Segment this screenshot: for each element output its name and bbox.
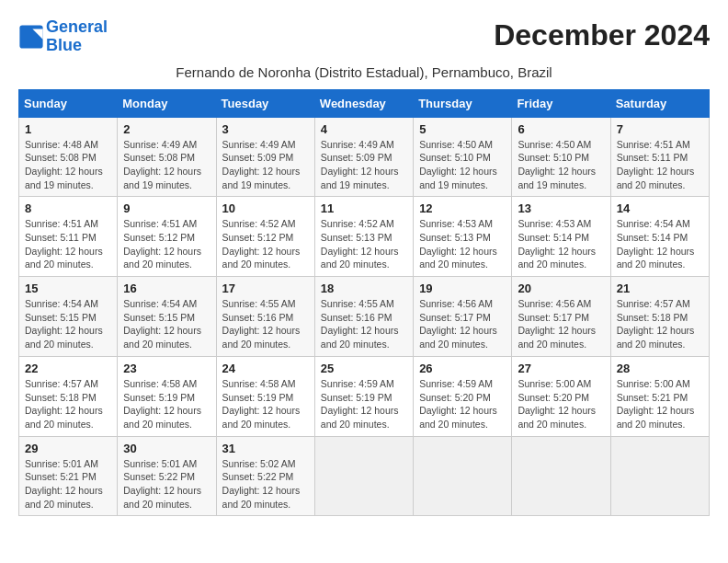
day-info: Sunrise: 4:58 AM Sunset: 5:19 PM Dayligh… (222, 377, 309, 431)
calendar-cell: 27Sunrise: 5:00 AM Sunset: 5:20 PM Dayli… (512, 356, 610, 436)
logo: General Blue (18, 18, 108, 55)
calendar-cell: 24Sunrise: 4:58 AM Sunset: 5:19 PM Dayli… (216, 356, 314, 436)
day-number: 26 (419, 362, 506, 375)
calendar-cell: 5Sunrise: 4:50 AM Sunset: 5:10 PM Daylig… (414, 117, 512, 197)
calendar-cell: 30Sunrise: 5:01 AM Sunset: 5:22 PM Dayli… (118, 436, 216, 516)
header-friday: Friday (512, 89, 610, 117)
logo-general: General (46, 17, 108, 36)
day-number: 19 (419, 282, 506, 295)
month-year-title: December 2024 (494, 18, 710, 52)
day-info: Sunrise: 4:52 AM Sunset: 5:12 PM Dayligh… (222, 217, 309, 271)
day-number: 27 (518, 362, 604, 375)
day-info: Sunrise: 5:01 AM Sunset: 5:21 PM Dayligh… (25, 457, 111, 511)
header-monday: Monday (118, 89, 216, 117)
day-number: 18 (321, 282, 407, 295)
day-number: 20 (518, 282, 604, 295)
day-info: Sunrise: 4:52 AM Sunset: 5:13 PM Dayligh… (321, 217, 407, 271)
day-number: 30 (123, 442, 210, 455)
calendar-week-2: 8Sunrise: 4:51 AM Sunset: 5:11 PM Daylig… (19, 197, 710, 277)
day-info: Sunrise: 4:51 AM Sunset: 5:12 PM Dayligh… (123, 217, 210, 271)
calendar-cell: 6Sunrise: 4:50 AM Sunset: 5:10 PM Daylig… (512, 117, 610, 197)
calendar-cell: 10Sunrise: 4:52 AM Sunset: 5:12 PM Dayli… (216, 197, 314, 277)
page-title: December 2024 (494, 18, 710, 52)
calendar-cell: 13Sunrise: 4:53 AM Sunset: 5:14 PM Dayli… (512, 197, 610, 277)
day-info: Sunrise: 4:48 AM Sunset: 5:08 PM Dayligh… (25, 138, 111, 192)
day-info: Sunrise: 4:59 AM Sunset: 5:19 PM Dayligh… (321, 377, 407, 431)
calendar-cell: 14Sunrise: 4:54 AM Sunset: 5:14 PM Dayli… (610, 197, 709, 277)
day-info: Sunrise: 4:53 AM Sunset: 5:13 PM Dayligh… (419, 217, 506, 271)
header-wednesday: Wednesday (314, 89, 413, 117)
calendar-cell: 1Sunrise: 4:48 AM Sunset: 5:08 PM Daylig… (19, 117, 118, 197)
day-info: Sunrise: 5:00 AM Sunset: 5:20 PM Dayligh… (518, 377, 604, 431)
day-info: Sunrise: 4:56 AM Sunset: 5:17 PM Dayligh… (518, 297, 604, 351)
calendar-cell: 29Sunrise: 5:01 AM Sunset: 5:21 PM Dayli… (19, 436, 118, 516)
calendar-cell: 26Sunrise: 4:59 AM Sunset: 5:20 PM Dayli… (414, 356, 512, 436)
calendar-cell (610, 436, 709, 516)
calendar-cell: 15Sunrise: 4:54 AM Sunset: 5:15 PM Dayli… (19, 277, 118, 357)
day-info: Sunrise: 4:51 AM Sunset: 5:11 PM Dayligh… (617, 138, 703, 192)
day-number: 17 (222, 282, 309, 295)
day-number: 31 (222, 442, 309, 455)
calendar-week-1: 1Sunrise: 4:48 AM Sunset: 5:08 PM Daylig… (19, 117, 710, 197)
calendar-cell: 17Sunrise: 4:55 AM Sunset: 5:16 PM Dayli… (216, 277, 314, 357)
day-info: Sunrise: 4:59 AM Sunset: 5:20 PM Dayligh… (419, 377, 506, 431)
calendar-cell: 9Sunrise: 4:51 AM Sunset: 5:12 PM Daylig… (118, 197, 216, 277)
day-info: Sunrise: 4:50 AM Sunset: 5:10 PM Dayligh… (419, 138, 506, 192)
day-number: 7 (617, 122, 703, 136)
calendar-cell: 19Sunrise: 4:56 AM Sunset: 5:17 PM Dayli… (414, 277, 512, 357)
day-info: Sunrise: 4:49 AM Sunset: 5:09 PM Dayligh… (222, 138, 309, 192)
calendar-cell: 16Sunrise: 4:54 AM Sunset: 5:15 PM Dayli… (118, 277, 216, 357)
day-info: Sunrise: 4:54 AM Sunset: 5:14 PM Dayligh… (617, 217, 703, 271)
day-number: 23 (123, 362, 210, 375)
calendar-cell: 23Sunrise: 4:58 AM Sunset: 5:19 PM Dayli… (118, 356, 216, 436)
calendar-cell: 21Sunrise: 4:57 AM Sunset: 5:18 PM Dayli… (610, 277, 709, 357)
calendar-cell: 2Sunrise: 4:49 AM Sunset: 5:08 PM Daylig… (118, 117, 216, 197)
day-info: Sunrise: 4:51 AM Sunset: 5:11 PM Dayligh… (25, 217, 111, 271)
logo-blue: Blue (46, 36, 82, 54)
calendar-cell (414, 436, 512, 516)
day-number: 1 (25, 122, 111, 136)
calendar-cell (314, 436, 413, 516)
calendar-week-5: 29Sunrise: 5:01 AM Sunset: 5:21 PM Dayli… (19, 436, 710, 516)
day-number: 5 (419, 122, 506, 136)
day-number: 12 (419, 201, 506, 215)
calendar-cell: 8Sunrise: 4:51 AM Sunset: 5:11 PM Daylig… (19, 197, 118, 277)
calendar-cell: 11Sunrise: 4:52 AM Sunset: 5:13 PM Dayli… (314, 197, 413, 277)
day-info: Sunrise: 4:58 AM Sunset: 5:19 PM Dayligh… (123, 377, 210, 431)
day-info: Sunrise: 5:02 AM Sunset: 5:22 PM Dayligh… (222, 457, 309, 511)
day-number: 21 (617, 282, 703, 295)
header-sunday: Sunday (19, 89, 118, 117)
svg-rect-0 (19, 25, 42, 48)
day-number: 9 (123, 201, 210, 215)
day-number: 10 (222, 201, 309, 215)
day-number: 11 (321, 201, 407, 215)
day-number: 28 (617, 362, 703, 375)
day-number: 8 (25, 201, 111, 215)
day-number: 22 (25, 362, 111, 375)
day-info: Sunrise: 4:50 AM Sunset: 5:10 PM Dayligh… (518, 138, 604, 192)
day-number: 3 (222, 122, 309, 136)
calendar-table: SundayMondayTuesdayWednesdayThursdayFrid… (18, 89, 710, 517)
calendar-cell: 28Sunrise: 5:00 AM Sunset: 5:21 PM Dayli… (610, 356, 709, 436)
calendar-cell (512, 436, 610, 516)
calendar-week-4: 22Sunrise: 4:57 AM Sunset: 5:18 PM Dayli… (19, 356, 710, 436)
day-number: 13 (518, 201, 604, 215)
day-info: Sunrise: 4:49 AM Sunset: 5:09 PM Dayligh… (321, 138, 407, 192)
calendar-cell: 4Sunrise: 4:49 AM Sunset: 5:09 PM Daylig… (314, 117, 413, 197)
calendar-week-3: 15Sunrise: 4:54 AM Sunset: 5:15 PM Dayli… (19, 277, 710, 357)
day-info: Sunrise: 4:55 AM Sunset: 5:16 PM Dayligh… (321, 297, 407, 351)
day-info: Sunrise: 4:54 AM Sunset: 5:15 PM Dayligh… (25, 297, 111, 351)
calendar-cell: 3Sunrise: 4:49 AM Sunset: 5:09 PM Daylig… (216, 117, 314, 197)
calendar-cell: 25Sunrise: 4:59 AM Sunset: 5:19 PM Dayli… (314, 356, 413, 436)
calendar-cell: 22Sunrise: 4:57 AM Sunset: 5:18 PM Dayli… (19, 356, 118, 436)
day-number: 15 (25, 282, 111, 295)
calendar-cell: 20Sunrise: 4:56 AM Sunset: 5:17 PM Dayli… (512, 277, 610, 357)
day-info: Sunrise: 4:56 AM Sunset: 5:17 PM Dayligh… (419, 297, 506, 351)
day-number: 25 (321, 362, 407, 375)
calendar-cell: 18Sunrise: 4:55 AM Sunset: 5:16 PM Dayli… (314, 277, 413, 357)
day-info: Sunrise: 4:54 AM Sunset: 5:15 PM Dayligh… (123, 297, 210, 351)
day-number: 14 (617, 201, 703, 215)
day-info: Sunrise: 4:53 AM Sunset: 5:14 PM Dayligh… (518, 217, 604, 271)
day-info: Sunrise: 4:57 AM Sunset: 5:18 PM Dayligh… (617, 297, 703, 351)
day-info: Sunrise: 4:55 AM Sunset: 5:16 PM Dayligh… (222, 297, 309, 351)
